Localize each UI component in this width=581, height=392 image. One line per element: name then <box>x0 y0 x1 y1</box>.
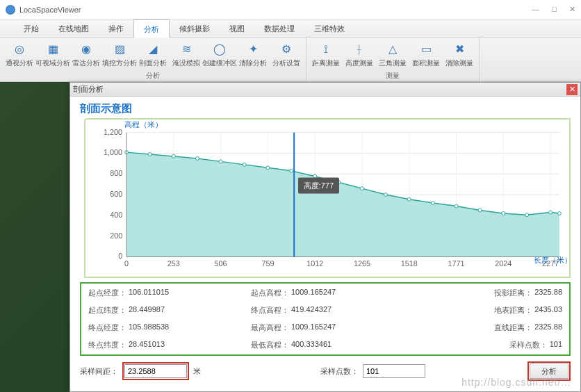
menu-item-1[interactable]: 在线地图 <box>49 19 99 38</box>
svg-point-35 <box>148 152 152 156</box>
ribbon-icon: ◎ <box>12 42 27 57</box>
ribbon-icon: ⚙ <box>279 42 294 57</box>
ribbon-icon: ⟊ <box>352 42 367 57</box>
ribbon-icon: ▦ <box>45 42 60 57</box>
chart-tooltip: 高度:777 <box>298 177 339 193</box>
panel-close-button[interactable]: ✕ <box>566 84 578 95</box>
watermark: http://blog.csdn.net/... <box>461 377 571 388</box>
ribbon-填挖方分析[interactable]: ▨填挖方分析 <box>104 39 135 70</box>
info-item: 起点高程：1009.165247 <box>251 288 400 298</box>
info-item: 采样点数：101 <box>414 340 562 350</box>
info-item: 起点经度：106.011015 <box>88 288 237 298</box>
count-input[interactable] <box>363 364 425 378</box>
ribbon-group-label: 测量 <box>311 70 475 81</box>
svg-text:0: 0 <box>118 252 122 260</box>
svg-text:800: 800 <box>110 169 122 177</box>
interval-unit: 米 <box>193 366 201 377</box>
ribbon-分析设置[interactable]: ⚙分析设置 <box>271 39 302 70</box>
menubar: 开始在线地图操作分析倾斜摄影视图数据处理三维特效 <box>0 19 581 38</box>
y-axis-label: 高程（米） <box>124 120 163 130</box>
svg-point-36 <box>172 154 175 158</box>
ribbon-通视分析[interactable]: ◎通视分析 <box>4 39 35 70</box>
menu-item-0[interactable]: 开始 <box>14 19 49 38</box>
svg-point-52 <box>549 211 553 214</box>
ribbon-icon: ⟟ <box>318 42 334 57</box>
chart-container: 高程（米） 长度（米） 02004006008001,0001,20002535… <box>84 118 571 278</box>
info-item: 终点纬度：28.451013 <box>88 340 237 350</box>
menu-item-6[interactable]: 数据处理 <box>254 19 304 38</box>
profile-analysis-panel: 剖面分析 ✕ 剖面示意图 高程（米） 长度（米） 02004006008001,… <box>69 82 581 392</box>
x-axis-label: 长度（米） <box>534 255 572 266</box>
svg-text:1012: 1012 <box>306 259 323 268</box>
ribbon-icon: ▭ <box>418 42 434 57</box>
ribbon-距离测量[interactable]: ⟟距离测量 <box>311 39 341 70</box>
info-item: 最低高程：400.333461 <box>251 340 400 350</box>
svg-point-41 <box>290 169 293 172</box>
svg-point-47 <box>431 202 434 205</box>
svg-text:1265: 1265 <box>354 259 370 268</box>
info-box: 起点经度：106.011015起点高程：1009.165247投影距离：2325… <box>80 282 571 356</box>
ribbon-icon: ✖ <box>452 42 467 57</box>
chart-title: 剖面示意图 <box>80 102 571 115</box>
info-item: 终点高程：419.424327 <box>251 305 400 316</box>
maximize-button[interactable]: □ <box>552 5 557 14</box>
svg-point-38 <box>219 160 222 163</box>
ribbon-创建缓冲区[interactable]: ◯创建缓冲区 <box>204 39 235 70</box>
menu-item-2[interactable]: 操作 <box>99 19 133 38</box>
ribbon-高度测量[interactable]: ⟊高度测量 <box>344 39 375 70</box>
interval-label: 采样间距： <box>80 366 118 377</box>
menu-item-5[interactable]: 视图 <box>220 19 254 38</box>
info-item: 地表距离：2435.03 <box>414 305 562 316</box>
ribbon-清除分析[interactable]: ✦清除分析 <box>238 39 268 70</box>
svg-text:1,200: 1,200 <box>104 128 122 136</box>
svg-text:400: 400 <box>110 211 122 219</box>
svg-point-48 <box>455 204 458 208</box>
ribbon-group-label: 分析 <box>4 70 302 81</box>
ribbon: ◎通视分析▦可视域分析◉雷达分析▨填挖方分析◢剖面分析≋淹没模拟◯创建缓冲区✦清… <box>0 38 581 82</box>
svg-point-37 <box>195 156 199 160</box>
ribbon-icon: ▨ <box>112 42 127 57</box>
ribbon-三角测量[interactable]: △三角测量 <box>377 39 408 70</box>
svg-text:253: 253 <box>167 259 180 268</box>
ribbon-淹没模拟[interactable]: ≋淹没模拟 <box>171 39 202 70</box>
panel-header: 剖面分析 ✕ <box>70 83 580 97</box>
profile-chart[interactable]: 02004006008001,0001,20002535067591012126… <box>88 122 566 274</box>
info-item: 最高高程：1009.165247 <box>251 322 400 333</box>
info-item: 直线距离：2325.88 <box>414 322 562 333</box>
menu-item-7[interactable]: 三维特效 <box>304 19 354 38</box>
svg-text:1518: 1518 <box>401 259 418 268</box>
svg-point-46 <box>407 197 411 201</box>
minimize-button[interactable]: — <box>532 5 539 14</box>
menu-item-3[interactable]: 分析 <box>133 19 170 38</box>
svg-point-53 <box>557 212 561 215</box>
svg-text:1,000: 1,000 <box>104 148 122 156</box>
window-title: LocaSpaceViewer <box>19 6 532 14</box>
ribbon-icon: ◉ <box>79 42 94 57</box>
ribbon-可视域分析[interactable]: ▦可视域分析 <box>38 39 68 70</box>
ribbon-icon: ✦ <box>245 42 261 57</box>
titlebar: LocaSpaceViewer — □ ✕ <box>0 0 581 19</box>
close-window-button[interactable]: ✕ <box>569 5 575 14</box>
ribbon-剖面分析[interactable]: ◢剖面分析 <box>138 39 168 70</box>
ribbon-icon: ◢ <box>145 42 161 57</box>
count-label: 采样点数： <box>320 366 359 377</box>
info-item: 起点纬度：28.449987 <box>88 305 237 316</box>
workspace: 剖面分析 ✕ 剖面示意图 高程（米） 长度（米） 02004006008001,… <box>0 82 581 392</box>
ribbon-icon: ≋ <box>179 42 194 57</box>
svg-point-44 <box>360 187 363 190</box>
ribbon-icon: △ <box>385 42 400 57</box>
ribbon-icon: ◯ <box>212 42 227 57</box>
ribbon-清除测量[interactable]: ✖清除测量 <box>444 39 475 70</box>
svg-text:759: 759 <box>261 259 274 268</box>
svg-point-40 <box>266 166 270 170</box>
svg-text:506: 506 <box>215 259 227 268</box>
app-logo-icon <box>6 5 15 15</box>
ribbon-雷达分析[interactable]: ◉雷达分析 <box>71 39 101 70</box>
info-item: 投影距离：2325.88 <box>414 288 562 298</box>
menu-item-4[interactable]: 倾斜摄影 <box>170 19 220 38</box>
interval-input[interactable] <box>124 364 187 378</box>
svg-text:2024: 2024 <box>495 259 512 268</box>
svg-point-39 <box>243 163 246 166</box>
ribbon-面积测量[interactable]: ▭面积测量 <box>411 39 441 70</box>
svg-point-51 <box>525 213 529 217</box>
